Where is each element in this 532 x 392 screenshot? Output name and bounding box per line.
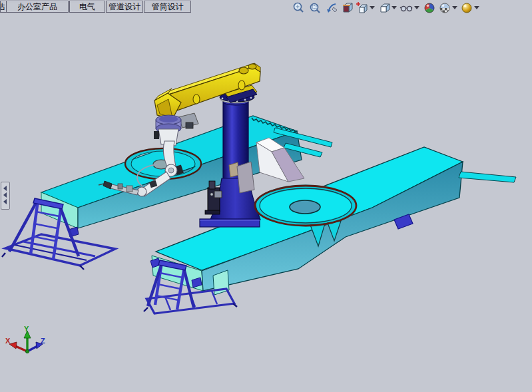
tab-office-products[interactable]: 办公室产品 xyxy=(6,1,69,13)
view-orientation-dropdown[interactable] xyxy=(370,6,375,9)
boom-side-hole xyxy=(238,81,245,90)
hide-show-items-dropdown[interactable] xyxy=(414,6,419,9)
end-tab-plate xyxy=(459,172,516,182)
view-settings-dropdown[interactable] xyxy=(474,6,479,9)
tab-tubing-design[interactable]: 管筒设计 xyxy=(144,1,191,13)
triad-y-label: Y xyxy=(24,325,29,333)
boom-side-hole xyxy=(193,95,200,104)
orientation-triad: Y X Z xyxy=(5,325,45,353)
triad-x-label: X xyxy=(5,337,11,345)
cad-viewport[interactable]: Y X Z xyxy=(0,0,532,392)
view-orientation-icon[interactable] xyxy=(356,1,369,15)
triad-z-label: Z xyxy=(41,337,45,345)
edit-appearance-icon[interactable] xyxy=(423,1,436,15)
tab-electrical[interactable]: 电气 xyxy=(69,1,105,13)
apply-scene-icon[interactable] xyxy=(438,1,451,15)
section-view-icon[interactable] xyxy=(341,1,354,15)
feature-manager-collapsed-toggle[interactable] xyxy=(1,182,10,210)
hide-show-items-icon[interactable] xyxy=(399,1,413,15)
apply-scene-dropdown[interactable] xyxy=(452,6,457,9)
view-settings-icon[interactable] xyxy=(460,1,473,15)
expand-arrow-icon xyxy=(3,199,7,204)
expand-arrow-icon xyxy=(3,192,7,198)
tab-piping-design[interactable]: 管道设计 xyxy=(106,1,143,13)
zoom-to-area-icon[interactable] xyxy=(308,1,322,15)
boom-top-hole xyxy=(239,67,248,74)
boom-top-hole xyxy=(248,64,256,69)
display-style-icon[interactable] xyxy=(378,1,392,15)
previous-view-icon[interactable] xyxy=(325,1,338,15)
expand-arrow-icon xyxy=(3,186,7,191)
solidworks-window: { "app": { "name": "SolidWorks graphics … xyxy=(0,0,532,392)
zoom-to-fit-icon[interactable] xyxy=(292,1,305,15)
display-style-dropdown[interactable] xyxy=(392,6,397,9)
